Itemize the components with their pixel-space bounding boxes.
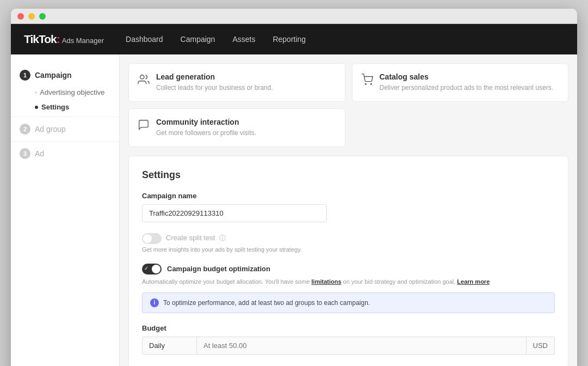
budget-row: Daily USD xyxy=(142,337,555,355)
sidebar-divider-1 xyxy=(11,117,119,117)
split-test-toggle[interactable] xyxy=(142,233,162,244)
community-icon xyxy=(138,119,150,133)
lead-gen-desc: Collect leads for your business or brand… xyxy=(156,83,273,93)
sidebar-item-campaign[interactable]: 1 Campaign xyxy=(11,65,119,85)
nav-reporting[interactable]: Reporting xyxy=(273,35,306,44)
sidebar-item-adgroup[interactable]: 2 Ad group xyxy=(11,119,119,139)
budget-opt-row: ✓ Campaign budget optimization xyxy=(142,264,555,274)
budget-section: Budget Daily USD xyxy=(142,324,555,355)
nav-menu: Dashboard Campaign Assets Reporting xyxy=(126,34,306,44)
catalog-sales-title: Catalog sales xyxy=(380,72,554,81)
lead-gen-title: Lead generation xyxy=(156,72,273,81)
brand-logo: TikTok: Ads Manager xyxy=(24,33,104,46)
objective-cards: Lead generation Collect leads for your b… xyxy=(128,63,568,147)
sidebar-sub-settings-label: Settings xyxy=(41,103,69,111)
step-badge-1: 1 xyxy=(20,70,30,81)
catalog-sales-desc: Deliver personalized product ads to the … xyxy=(380,83,554,93)
info-icon: i xyxy=(150,298,159,307)
app-window: TikTok: Ads Manager Dashboard Campaign A… xyxy=(11,9,577,366)
sidebar-sub-settings[interactable]: Settings xyxy=(11,100,119,114)
svg-point-2 xyxy=(370,83,372,84)
sidebar-item-ad[interactable]: 3 Ad xyxy=(11,144,119,163)
info-banner-text: To optimize performance, add at least tw… xyxy=(163,299,370,307)
caret-icon: › xyxy=(35,89,36,95)
settings-title: Settings xyxy=(142,169,555,181)
sidebar: 1 Campaign › Advertising objective Setti… xyxy=(11,54,120,366)
sidebar-campaign-label: Campaign xyxy=(35,71,72,80)
community-title: Community interaction xyxy=(156,118,256,126)
budget-currency: USD xyxy=(527,337,555,355)
navbar: TikTok: Ads Manager Dashboard Campaign A… xyxy=(11,24,577,54)
community-desc: Get more followers or profile visits. xyxy=(156,129,256,138)
split-test-row: Create split test ⓘ xyxy=(142,233,555,244)
svg-point-1 xyxy=(365,83,366,84)
sidebar-section-ad: 3 Ad xyxy=(11,144,119,163)
budget-type-select[interactable]: Daily xyxy=(142,337,196,355)
campaign-name-group: Campaign name Traffic20220929113310 xyxy=(142,192,555,222)
budget-opt-label: Campaign budget optimization xyxy=(167,265,270,273)
campaign-name-label: Campaign name xyxy=(142,192,555,200)
sidebar-adgroup-label: Ad group xyxy=(35,125,66,133)
split-test-help-icon[interactable]: ⓘ xyxy=(219,234,226,242)
sidebar-section-adgroup: 2 Ad group xyxy=(11,119,119,139)
step-badge-3: 3 xyxy=(20,148,30,159)
nav-campaign[interactable]: Campaign xyxy=(181,35,215,44)
learn-more-link[interactable]: Learn more xyxy=(457,278,490,285)
budget-opt-desc: Automatically optimize your budget alloc… xyxy=(142,278,555,286)
nav-dashboard[interactable]: Dashboard xyxy=(126,35,163,44)
budget-opt-group: ✓ Campaign budget optimization Automatic… xyxy=(142,264,555,313)
budget-opt-toggle[interactable]: ✓ xyxy=(142,264,162,274)
sidebar-divider-2 xyxy=(11,141,119,142)
catalog-sales-icon xyxy=(361,74,373,88)
lead-gen-body: Lead generation Collect leads for your b… xyxy=(156,72,273,93)
split-test-label: Create split test ⓘ xyxy=(166,234,226,243)
dot-indicator xyxy=(35,106,38,109)
settings-panel: Settings Campaign name Traffic2022092911… xyxy=(128,156,568,366)
sidebar-sub-adv-obj-label: Advertising objective xyxy=(40,88,104,96)
lead-gen-icon xyxy=(138,74,150,88)
budget-amount-input[interactable] xyxy=(196,337,527,355)
campaign-name-input[interactable]: Traffic20220929113310 xyxy=(142,204,327,222)
obj-card-lead-gen[interactable]: Lead generation Collect leads for your b… xyxy=(128,63,345,102)
limitations-link[interactable]: limitations xyxy=(312,278,342,285)
content-area: Lead generation Collect leads for your b… xyxy=(120,54,577,366)
fullscreen-button[interactable] xyxy=(39,13,46,20)
nav-assets[interactable]: Assets xyxy=(232,35,255,44)
minimize-button[interactable] xyxy=(28,13,35,20)
step-badge-2: 2 xyxy=(20,124,30,135)
sidebar-sub-advertising-objective[interactable]: › Advertising objective xyxy=(11,85,119,100)
obj-card-community[interactable]: Community interaction Get more followers… xyxy=(128,108,345,147)
info-banner: i To optimize performance, add at least … xyxy=(142,292,555,313)
obj-card-catalog-sales[interactable]: Catalog sales Deliver personalized produ… xyxy=(352,63,569,102)
svg-point-0 xyxy=(140,75,144,79)
community-body: Community interaction Get more followers… xyxy=(156,118,256,138)
budget-label: Budget xyxy=(142,324,555,332)
split-test-group: Create split test ⓘ Get more insights in… xyxy=(142,233,555,253)
brand-subtitle: Ads Manager xyxy=(62,36,104,45)
split-test-hint: Get more insights into your ads by split… xyxy=(142,246,555,253)
sidebar-section-campaign: 1 Campaign › Advertising objective Setti… xyxy=(11,65,119,114)
checkmark-icon: ✓ xyxy=(144,265,148,271)
close-button[interactable] xyxy=(17,13,24,20)
brand-name: TikTok: xyxy=(24,33,60,46)
catalog-sales-body: Catalog sales Deliver personalized produ… xyxy=(380,72,554,93)
main-layout: 1 Campaign › Advertising objective Setti… xyxy=(11,54,577,366)
title-bar xyxy=(11,9,577,24)
sidebar-ad-label: Ad xyxy=(35,149,44,158)
